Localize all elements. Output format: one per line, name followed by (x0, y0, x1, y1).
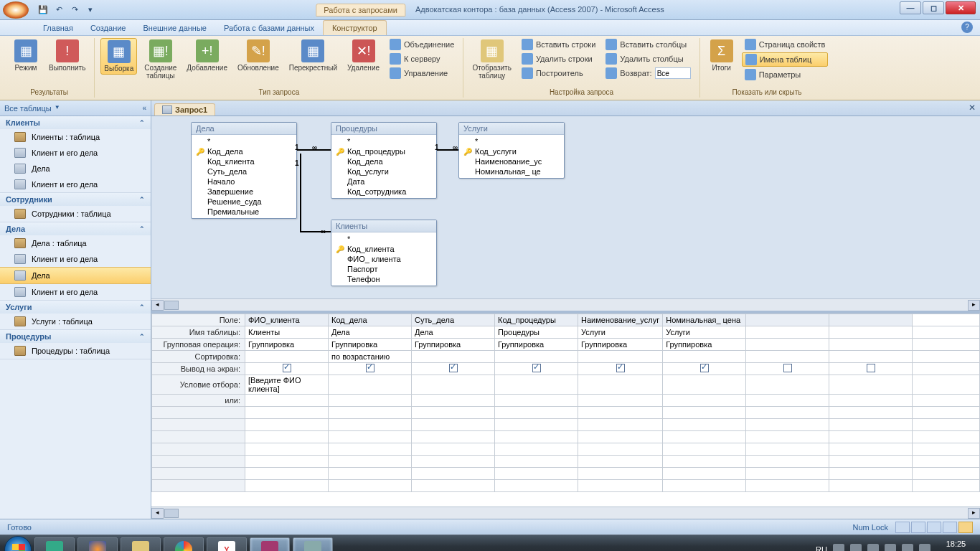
nav-item[interactable]: Клиент и его дела (0, 176, 151, 192)
show-checkbox[interactable] (616, 364, 625, 372)
grid-cell[interactable] (412, 363, 495, 375)
qa-redo-icon[interactable]: ↷ (67, 3, 82, 17)
view-datasheet-button[interactable] (895, 522, 910, 533)
diagram-h-scroll[interactable]: ◂ ▸ (151, 298, 980, 311)
grid-cell[interactable] (746, 351, 829, 363)
table-field[interactable]: Наименование_ус (459, 156, 564, 166)
delete-rows-button[interactable]: Удалить строки (519, 52, 598, 65)
grid-cell[interactable]: [Введите ФИО клиента] (245, 375, 329, 395)
grid-cell[interactable] (495, 375, 578, 395)
grid-cell[interactable]: Клиенты (245, 326, 329, 339)
grid-cell[interactable]: ФИО_клиента (245, 314, 329, 326)
grid-cell[interactable] (829, 431, 913, 443)
nav-item[interactable]: Клиент и его дела (0, 284, 151, 300)
table-field[interactable]: 🔑Код_дела (192, 146, 296, 156)
view-sql-button[interactable] (943, 522, 957, 533)
grid-cell[interactable] (663, 480, 746, 492)
grid-cell[interactable]: Дела (329, 326, 412, 339)
tray-icon[interactable] (833, 544, 844, 552)
grid-cell[interactable] (829, 480, 913, 492)
close-button[interactable]: ✕ (946, 1, 976, 14)
show-checkbox[interactable] (283, 364, 291, 372)
builder-button[interactable]: Построитель (519, 67, 598, 80)
grid-cell[interactable] (578, 363, 663, 375)
tab-create[interactable]: Создание (82, 21, 135, 35)
grid-cell[interactable] (663, 395, 746, 407)
grid-cell[interactable] (412, 375, 495, 395)
table-field[interactable]: 🔑Код_процедуры (331, 146, 436, 156)
taskbar-ie[interactable] (34, 537, 75, 552)
scroll-right-icon[interactable]: ▸ (968, 508, 980, 519)
grid-cell[interactable] (245, 443, 329, 456)
grid-cell[interactable] (578, 375, 663, 395)
grid-cell[interactable] (746, 326, 829, 339)
grid-h-scroll[interactable]: ◂ ▸ (151, 507, 980, 519)
grid-cell[interactable] (412, 480, 495, 492)
grid-cell[interactable] (746, 395, 829, 407)
grid-cell[interactable] (329, 480, 412, 492)
grid-cell[interactable] (329, 468, 412, 480)
taskbar-clock[interactable]: 18:25 27.09.2016 (936, 540, 976, 551)
grid-cell[interactable] (829, 339, 913, 351)
grid-cell[interactable] (663, 407, 746, 419)
nav-item[interactable]: Дела : таблица (0, 235, 151, 251)
grid-cell[interactable]: по возрастанию (329, 351, 412, 363)
grid-cell[interactable] (495, 468, 578, 480)
nav-item[interactable]: Клиенты : таблица (0, 129, 151, 145)
delete-cols-button[interactable]: Удалить столбцы (603, 52, 693, 65)
tray-icon[interactable] (867, 544, 879, 552)
grid-cell[interactable] (329, 395, 412, 407)
grid-cell[interactable]: Услуги (578, 326, 663, 339)
insert-rows-button[interactable]: Вставить строки (519, 38, 598, 51)
table-field[interactable]: Телефон (331, 274, 436, 284)
grid-cell[interactable]: Код_процедуры (495, 314, 578, 326)
union-button[interactable]: Объединение (387, 38, 457, 51)
tray-icon[interactable] (885, 544, 896, 552)
property-sheet-button[interactable]: Страница свойств (742, 38, 829, 51)
grid-cell[interactable]: Код_дела (329, 314, 412, 326)
grid-cell[interactable] (829, 351, 913, 363)
scroll-right-icon[interactable]: ▸ (968, 300, 980, 311)
grid-cell[interactable] (245, 351, 329, 363)
passthrough-button[interactable]: К серверу (387, 52, 457, 65)
grid-cell[interactable] (829, 468, 913, 480)
crosstab-button[interactable]: ▦ Перекрестный (286, 38, 340, 73)
grid-cell[interactable] (663, 468, 746, 480)
grid-cell[interactable] (329, 456, 412, 468)
tab-external-data[interactable]: Внешние данные (135, 21, 215, 35)
table-field[interactable]: Премиальные (192, 207, 296, 217)
query-design-grid[interactable]: Поле:ФИО_клиентаКод_делаСуть_делаКод_про… (151, 314, 980, 519)
tab-design[interactable]: Конструктор (323, 20, 387, 35)
table-field[interactable]: Код_клиента (192, 156, 296, 166)
table-field[interactable]: * (331, 234, 436, 244)
parameters-button[interactable]: Параметры (742, 68, 829, 81)
grid-cell[interactable] (746, 468, 829, 480)
grid-cell[interactable] (746, 431, 829, 443)
nav-item[interactable]: Дела (0, 161, 151, 176)
grid-cell[interactable] (412, 407, 495, 419)
table-field[interactable]: * (331, 136, 436, 146)
append-button[interactable]: +! Добавление (184, 38, 230, 73)
grid-cell[interactable] (578, 456, 663, 468)
qa-save-icon[interactable]: 💾 (36, 3, 50, 17)
grid-cell[interactable] (829, 456, 913, 468)
grid-cell[interactable] (495, 351, 578, 363)
minimize-button[interactable]: — (900, 1, 921, 14)
nav-item[interactable]: Услуги : таблица (0, 314, 151, 329)
view-chart-button[interactable] (927, 522, 941, 533)
grid-cell[interactable] (495, 431, 578, 443)
table-field[interactable]: * (192, 136, 296, 146)
grid-cell[interactable]: Дела (412, 326, 495, 339)
taskbar-yandex[interactable]: Y (207, 537, 247, 552)
grid-cell[interactable] (746, 339, 829, 351)
grid-cell[interactable] (245, 363, 329, 375)
grid-cell[interactable] (578, 480, 663, 492)
table-field[interactable]: Дата (331, 176, 436, 187)
diagram-table-proc[interactable]: Процедуры*🔑Код_процедурыКод_делаКод_услу… (331, 122, 437, 199)
nav-group-header[interactable]: Процедуры⌃ (0, 330, 151, 343)
grid-cell[interactable]: Группировка (663, 339, 746, 351)
grid-cell[interactable] (746, 419, 829, 431)
grid-cell[interactable]: Группировка (245, 339, 329, 351)
table-field[interactable]: ФИО_ клиента (331, 254, 436, 264)
grid-cell[interactable]: Группировка (329, 339, 412, 351)
